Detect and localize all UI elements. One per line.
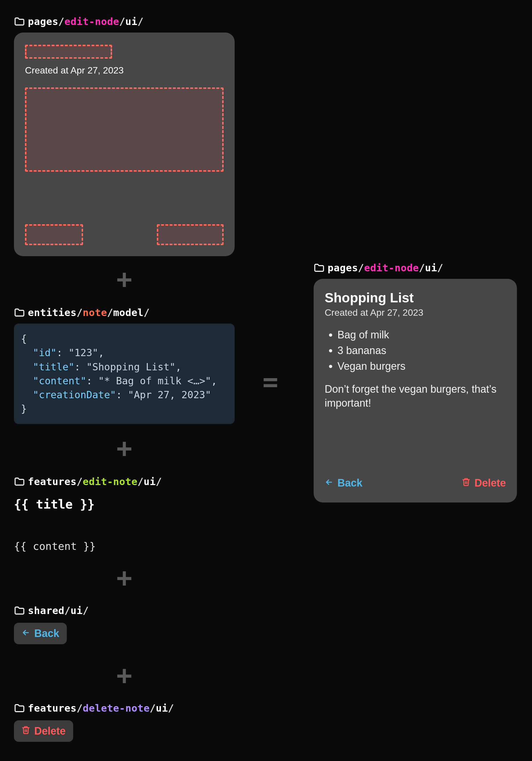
path-pages-edit-node-ui-result: pages/edit-node/ui/ (314, 262, 517, 274)
arrow-left-icon (325, 477, 333, 489)
result-card: Shopping List Created at Apr 27, 2023 Ba… (314, 279, 517, 502)
back-button[interactable]: Back (14, 623, 67, 644)
path-features-edit-note-ui: features/edit-note/ui/ (14, 476, 235, 487)
template-created-label: Created at Apr 27, 2023 (25, 65, 224, 76)
result-created: Created at Apr 27, 2023 (325, 307, 506, 318)
list-item: Vegan burgers (337, 359, 506, 374)
list-item: Bag of milk (337, 327, 506, 342)
arrow-left-icon (22, 627, 30, 640)
slot-delete-button (157, 224, 224, 245)
mustache-content: {{ content }} (14, 540, 235, 552)
delete-button[interactable]: Delete (462, 472, 506, 494)
slot-title (25, 45, 112, 59)
path-shared-ui: shared/ui/ (14, 605, 235, 616)
plus-glyph: + (14, 662, 235, 688)
plus-glyph: + (14, 266, 235, 292)
folder-icon (314, 263, 325, 272)
equals-glyph: = (235, 369, 304, 395)
slot-back-button (25, 224, 83, 245)
trash-icon (462, 477, 470, 489)
back-button[interactable]: Back (325, 472, 362, 494)
json-model-block: { "id": "123", "title": "Shopping List",… (14, 323, 235, 424)
path-pages-edit-node-ui: pages/edit-node/ui/ (14, 16, 235, 27)
path-entities-note-model: entities/note/model/ (14, 307, 235, 318)
slot-content (25, 88, 224, 172)
list-item: 3 bananas (337, 343, 506, 358)
plus-glyph: + (14, 435, 235, 461)
folder-icon (14, 477, 25, 486)
trash-icon (22, 725, 30, 737)
template-card: Created at Apr 27, 2023 (14, 32, 235, 256)
mustache-title: {{ title }} (14, 497, 235, 511)
delete-button-label: Delete (34, 725, 66, 737)
plus-glyph: + (14, 565, 235, 591)
folder-icon (14, 17, 25, 26)
delete-button[interactable]: Delete (14, 720, 73, 742)
delete-button-label: Delete (475, 477, 506, 489)
folder-icon (14, 308, 25, 317)
result-paragraph: Don’t forget the vegan burgers, that’s i… (325, 382, 506, 410)
result-list: Bag of milk 3 bananas Vegan burgers (325, 327, 506, 374)
folder-icon (14, 704, 25, 713)
result-title: Shopping List (325, 290, 506, 306)
back-button-label: Back (337, 477, 362, 489)
path-features-delete-note-ui: features/delete-note/ui/ (14, 702, 235, 714)
back-button-label: Back (34, 627, 59, 640)
folder-icon (14, 606, 25, 615)
